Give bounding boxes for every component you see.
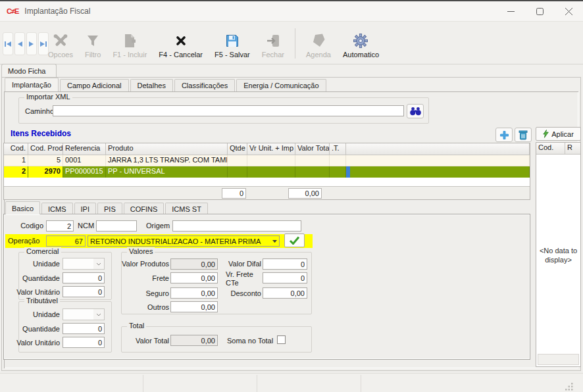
col-qtde[interactable]: Qtde	[228, 143, 247, 155]
caminho-input[interactable]	[53, 105, 404, 116]
automatico-button[interactable]: Automatico	[337, 32, 385, 61]
aplicar-button[interactable]: Aplicar	[536, 127, 581, 141]
first-record-icon	[5, 41, 11, 47]
subtab-ipi[interactable]: IPI	[74, 203, 96, 214]
fechar-button[interactable]: Fechar	[256, 32, 290, 61]
col-vr-unit-imp[interactable]: Vr Unit. + Imp	[247, 143, 295, 155]
trash-icon	[519, 130, 528, 140]
caminho-label: Caminho	[25, 107, 54, 115]
chevron-down-icon	[96, 313, 101, 316]
f5-salvar-button[interactable]: F5 - Salvar	[209, 32, 256, 61]
agenda-button[interactable]: Agenda	[300, 32, 337, 61]
operacao-code-input[interactable]	[46, 235, 86, 247]
minimize-button[interactable]	[496, 2, 525, 21]
tributavel-unidade-combo[interactable]	[63, 308, 105, 320]
subtab-icms-st[interactable]: ICMS ST	[165, 203, 208, 214]
comercial-valor-unitario-input[interactable]	[63, 286, 105, 297]
comercial-quantidade-input[interactable]	[63, 272, 105, 283]
automatico-label: Automatico	[343, 51, 379, 59]
nav-next-button[interactable]	[26, 32, 37, 55]
col-referencia[interactable]: Referencia	[63, 143, 106, 155]
col-produto[interactable]: Produto	[106, 143, 228, 155]
apply-col-r[interactable]: R	[565, 143, 580, 154]
comercial-group: Comercial Unidade Quantidade Valor Unitá…	[18, 252, 112, 300]
statusbar-divider	[257, 375, 257, 392]
operacao-select[interactable]: RETORNO INDUSTRIALIZACAO - MATERIA PRIMA	[88, 235, 280, 247]
col-cod[interactable]: Cod.	[4, 143, 28, 155]
fechar-label: Fechar	[262, 51, 284, 59]
seguro-label: Seguro	[146, 289, 169, 297]
nav-prev-button[interactable]	[14, 32, 25, 55]
main-tabs: Implantação Campo Adicional Detalhes Cla…	[5, 78, 328, 91]
items-grid-header: Cod. Cod. Prod. Referencia Produto Qtde …	[4, 143, 530, 155]
add-item-button[interactable]	[495, 128, 513, 142]
f4-cancelar-button[interactable]: F4 - Cancelar	[153, 32, 209, 61]
detail-tabs: Basico ICMS IPI PIS COFINS ICMS ST	[5, 202, 209, 214]
table-row[interactable]: 1 5 0001 JARRA 1,3 LTS TRANSP. COM TAMPA…	[4, 155, 530, 166]
comercial-legend: Comercial	[24, 247, 61, 255]
vr-frete-cte-input[interactable]	[263, 272, 307, 283]
caminho-search-button[interactable]	[407, 104, 424, 118]
col-valor-total[interactable]: Valor Total	[295, 143, 330, 155]
delete-item-button[interactable]	[515, 128, 532, 142]
comercial-valor-unitario-label: Valor Unitário	[16, 288, 60, 296]
valor-total-input[interactable]	[170, 335, 218, 346]
total-legend: Total	[127, 322, 146, 330]
tributavel-quantidade-input[interactable]	[63, 323, 105, 334]
codigo-input[interactable]	[46, 220, 74, 232]
subtab-cofins[interactable]: COFINS	[124, 203, 165, 214]
soma-no-total-label: Soma no Total	[227, 337, 273, 345]
valor-produtos-input[interactable]	[170, 258, 218, 270]
tab-implantacao[interactable]: Implantação	[5, 78, 59, 91]
filtro-button[interactable]: Filtro	[79, 32, 107, 61]
app-logo: C≠E	[7, 7, 18, 15]
apply-grid-header: Cod. R	[536, 143, 580, 155]
tab-modo-ficha[interactable]: Modo Ficha	[1, 64, 57, 78]
col-t[interactable]: .T.	[330, 143, 346, 155]
maximize-button[interactable]	[525, 2, 554, 21]
ncm-input[interactable]	[96, 220, 137, 232]
tab-energia-comunicacao[interactable]: Energia / Comunicação	[236, 79, 326, 91]
opcoes-button[interactable]: Opcoes	[42, 32, 79, 61]
titlebar: C≠E Implantação Fiscal	[0, 1, 583, 22]
apply-col-cod[interactable]: Cod.	[536, 143, 565, 154]
chevron-down-icon	[96, 262, 101, 266]
f5-salvar-label: F5 - Salvar	[215, 51, 250, 59]
desconto-input[interactable]	[263, 287, 307, 299]
apply-grid: Cod. R <No data to display>	[536, 142, 581, 367]
tab-campo-adicional[interactable]: Campo Adicional	[60, 79, 129, 91]
subtab-pis[interactable]: PIS	[97, 203, 122, 214]
frete-input[interactable]	[170, 272, 218, 283]
valor-difal-input[interactable]	[263, 258, 307, 270]
soma-no-total-checkbox[interactable]	[277, 335, 286, 344]
valor-produtos-label: Valor Produtos	[122, 260, 169, 268]
codigo-label: Codigo	[14, 222, 43, 230]
seguro-input[interactable]	[170, 287, 218, 299]
valores-legend: Valores	[127, 247, 155, 255]
tab-detalhes[interactable]: Detalhes	[130, 79, 173, 91]
tributavel-legend: Tributável	[24, 297, 60, 305]
outros-input[interactable]	[170, 301, 218, 312]
close-icon	[565, 8, 572, 15]
comercial-unidade-combo[interactable]	[63, 258, 105, 270]
no-data-text: <No data to display>	[536, 247, 580, 265]
items-grid: Cod. Cod. Prod. Referencia Produto Qtde …	[3, 143, 530, 200]
col-cod-prod[interactable]: Cod. Prod.	[28, 143, 63, 155]
comercial-unidade-label: Unidade	[33, 260, 60, 268]
outros-label: Outros	[147, 303, 169, 311]
origem-input[interactable]	[172, 220, 301, 232]
next-record-icon	[29, 41, 34, 47]
tributavel-valor-unitario-input[interactable]	[63, 337, 105, 348]
close-button[interactable]	[554, 2, 583, 21]
table-row-selected[interactable]: 2 2970 PP0000015 PP - UNIVERSAL	[4, 166, 530, 178]
save-floppy-icon	[226, 34, 239, 48]
origem-label: Origem	[146, 222, 170, 230]
tools-icon	[53, 34, 68, 48]
operacao-confirm-button[interactable]	[284, 233, 305, 247]
f1-incluir-button[interactable]: F1 - Incluir	[107, 32, 153, 61]
nav-first-button[interactable]	[3, 32, 13, 55]
resize-grip[interactable]	[565, 383, 574, 391]
subtab-icms[interactable]: ICMS	[41, 203, 73, 214]
tab-classificacoes[interactable]: Classificações	[174, 79, 235, 91]
subtab-basico[interactable]: Basico	[5, 201, 40, 214]
